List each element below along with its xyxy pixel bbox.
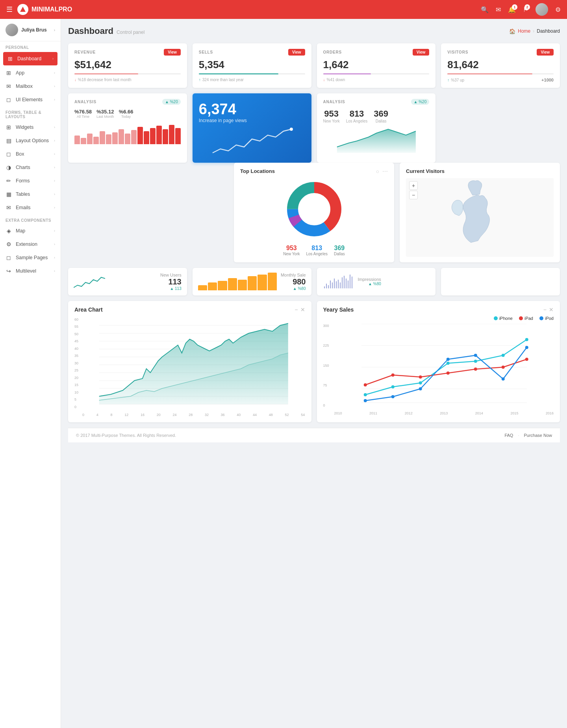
- pageviews-card: 6,374 Increase in page views: [193, 93, 311, 163]
- search-icon[interactable]: 🔍: [481, 6, 489, 13]
- map-zoom-in-btn[interactable]: +: [409, 181, 418, 190]
- sidebar-item-widgets[interactable]: ⊞ Widgets ›: [0, 121, 61, 134]
- ui-label: UI Elements: [16, 97, 50, 102]
- svg-point-42: [391, 385, 394, 388]
- sidebar-item-dashboard[interactable]: ⊞ Dashboard ›: [3, 52, 57, 65]
- yearly-sales-minimize-btn[interactable]: −: [543, 306, 547, 313]
- sidebar-item-app[interactable]: ⊞ App ›: [0, 66, 61, 80]
- metric-cards-row: New Users 113 ▲ 113: [68, 268, 560, 295]
- sidebar-item-box[interactable]: ◻ Box ›: [0, 147, 61, 161]
- breadcrumb-home-icon: 🏠: [509, 28, 515, 34]
- area-chart-card: Area Chart − ✕ 6055504540 3530252015 105…: [68, 301, 311, 422]
- section-title-personal: PERSONAL: [0, 41, 61, 51]
- app-icon: ⊞: [6, 70, 12, 76]
- svg-point-58: [446, 358, 449, 361]
- top-locations-more-icon[interactable]: ⋯: [382, 168, 388, 175]
- extension-icon: ⚙: [6, 241, 12, 247]
- sells-progress-fill: [199, 73, 278, 74]
- yearly-sales-svg: [334, 324, 554, 410]
- analysis2-badge: ▲ %20: [411, 99, 430, 105]
- sidebar-item-mailbox[interactable]: ✉ Mailbox ›: [0, 80, 61, 93]
- layout-chevron: ›: [54, 139, 55, 143]
- svg-point-50: [419, 375, 422, 379]
- tables-icon: ▦: [6, 191, 12, 197]
- footer-purchase-link[interactable]: Purchase Now: [524, 433, 552, 438]
- hamburger-icon[interactable]: ☰: [6, 5, 13, 14]
- sample-icon: ◻: [6, 254, 12, 261]
- svg-point-56: [391, 395, 394, 398]
- location-la-value: 813: [306, 245, 328, 252]
- location-ny-value: 953: [283, 245, 300, 252]
- sells-view-btn[interactable]: View: [288, 49, 305, 56]
- page-header: Dashboard Control panel 🏠 Home › Dashboa…: [68, 26, 560, 36]
- sidebar-item-map[interactable]: ◈ Map ›: [0, 224, 61, 238]
- box-chevron: ›: [54, 152, 55, 156]
- legend-iphone: iPhone: [499, 316, 513, 321]
- settings-icon[interactable]: ⚙: [555, 6, 561, 13]
- sidebar-item-layout[interactable]: ▤ Layout Options ›: [0, 134, 61, 147]
- sidebar-item-multilevel[interactable]: ↪ Multilevel ›: [0, 264, 61, 278]
- orders-card: ORDERS View 1,642 ↓ %41 down: [317, 43, 436, 88]
- sidebar-item-charts[interactable]: ◑ Charts ›: [0, 161, 61, 174]
- charts-icon: ◑: [6, 164, 12, 171]
- top-nav-right: 🔍 ✉ 🔔1 ⚑2 ⚙: [481, 3, 561, 16]
- sidebar-item-tables[interactable]: ▦ Tables ›: [0, 188, 61, 201]
- top-locations-circle-icon[interactable]: ○: [376, 168, 379, 175]
- area-chart-minimize-btn[interactable]: −: [295, 306, 298, 313]
- revenue-progress-fill: [74, 73, 138, 74]
- area-chart-close-btn[interactable]: ✕: [300, 306, 305, 313]
- multilevel-icon: ↪: [6, 268, 12, 274]
- mail-icon[interactable]: ✉: [496, 6, 501, 13]
- analysis-today-value: %6.66: [119, 109, 133, 115]
- impressions-card: Impressions ▲ %80: [317, 268, 436, 295]
- map-icon: ◈: [6, 228, 12, 234]
- impressions-change: ▲ %80: [358, 282, 381, 286]
- area-chart-title: Area Chart: [74, 306, 103, 313]
- sidebar-item-forms[interactable]: ✏ Forms ›: [0, 174, 61, 188]
- revenue-view-btn[interactable]: View: [164, 49, 181, 56]
- dashboard-chevron: ›: [52, 57, 54, 61]
- revenue-arrow: ↓: [74, 78, 76, 82]
- footer-separator: ·: [518, 433, 519, 438]
- map-chevron: ›: [54, 229, 55, 233]
- sidebar-item-sample[interactable]: ◻ Sample Pages ›: [0, 251, 61, 264]
- analysis2-ny-value: 953: [323, 109, 340, 119]
- yearly-sales-close-btn[interactable]: ✕: [549, 306, 554, 313]
- analysis2-ny-label: New York: [323, 119, 340, 123]
- analysis2-chart: [323, 127, 430, 153]
- donut-chart-container: [240, 178, 388, 241]
- orders-progress-fill: [323, 73, 371, 74]
- visitors-view-btn[interactable]: View: [537, 49, 554, 56]
- avatar[interactable]: [536, 3, 548, 16]
- sidebar-user[interactable]: Juliya Brus ›: [0, 19, 61, 41]
- sidebar-item-emails[interactable]: ✉ Emails ›: [0, 201, 61, 214]
- orders-progress-bar: [323, 73, 430, 74]
- analysis-card-1: ANALYSIS ▲ %20 %76.58 All Time %35.12 La…: [68, 93, 187, 163]
- main-content: Dashboard Control panel 🏠 Home › Dashboa…: [61, 19, 567, 728]
- analysis-card-2: ANALYSIS ▲ %20 953 New York 813 Los Ange…: [317, 93, 436, 163]
- flag-icon[interactable]: ⚑2: [523, 6, 528, 13]
- sells-value: 5,354: [199, 59, 305, 71]
- analysis-bar-chart: [74, 123, 181, 144]
- breadcrumb-home[interactable]: Home: [518, 28, 530, 34]
- orders-view-btn[interactable]: View: [413, 49, 430, 56]
- yearly-sales-legend: iPhone iPad iPod: [323, 316, 554, 321]
- layout: Juliya Brus › PERSONAL ⊞ Dashboard › ⊞ A…: [0, 19, 567, 728]
- area-chart-x-labels: 048121620 242832364044 485254: [82, 413, 305, 417]
- yearly-sales-container: 300225150750: [323, 324, 554, 415]
- ui-elements-icon: ◻: [6, 97, 12, 103]
- emails-chevron: ›: [54, 206, 55, 210]
- svg-point-51: [446, 371, 449, 375]
- revenue-note-text: %18 decrease from last month: [78, 78, 132, 82]
- bell-icon[interactable]: 🔔1: [508, 6, 516, 13]
- widgets-chevron: ›: [54, 125, 55, 129]
- map-zoom-out-btn[interactable]: −: [409, 191, 418, 199]
- footer-faq-link[interactable]: FAQ: [504, 433, 513, 438]
- svg-point-53: [501, 366, 504, 369]
- sidebar-item-extension[interactable]: ⚙ Extension ›: [0, 238, 61, 251]
- analysis-label-1: ANALYSIS: [74, 100, 96, 104]
- monthly-sale-change: ▲ %80: [281, 286, 306, 291]
- app-name: MINIMALPRO: [32, 6, 72, 13]
- sidebar-item-ui-elements[interactable]: ◻ UI Elements ›: [0, 93, 61, 106]
- analysis2-la-label: Los Angeles: [346, 119, 368, 123]
